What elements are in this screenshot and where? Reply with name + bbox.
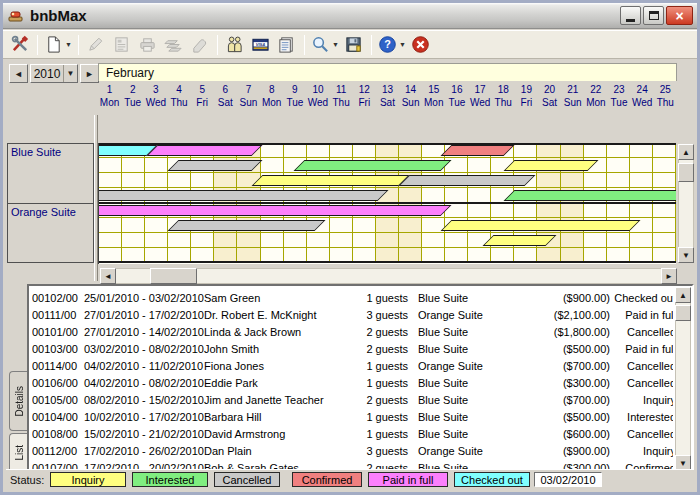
booking-bar[interactable] — [440, 220, 640, 231]
gantt-cell[interactable] — [607, 233, 630, 248]
gantt-cell[interactable] — [376, 143, 399, 158]
gantt-cell[interactable] — [237, 233, 260, 248]
booking-bar[interactable] — [440, 145, 514, 156]
gantt-cell[interactable] — [422, 233, 445, 248]
gantt-cell[interactable] — [99, 173, 122, 188]
gantt-cell[interactable] — [445, 188, 468, 203]
chevron-down-icon[interactable]: ▼ — [399, 41, 406, 48]
gantt-cell[interactable] — [653, 203, 676, 218]
booking-bar[interactable] — [503, 160, 598, 171]
chevron-down-icon[interactable]: ▼ — [65, 41, 72, 48]
guests-icon[interactable] — [223, 33, 247, 57]
table-row[interactable]: 00101/0027/01/2010 - 14/02/2010Linda & J… — [32, 323, 673, 340]
table-row[interactable]: 00103/0003/02/2010 - 08/02/2010John Smit… — [32, 340, 673, 357]
chevron-down-icon[interactable]: ▼ — [332, 41, 339, 48]
gantt-cell[interactable] — [122, 218, 145, 233]
gantt-cell[interactable] — [630, 143, 653, 158]
room-row-orange-suite[interactable]: Orange Suite — [7, 203, 94, 263]
gantt-cell[interactable] — [653, 158, 676, 173]
booking-bar[interactable] — [398, 175, 535, 186]
chevron-down-icon[interactable]: ▼ — [63, 65, 77, 82]
booking-gantt-chart[interactable] — [98, 143, 676, 264]
gantt-cell[interactable] — [537, 203, 560, 218]
gantt-cell[interactable] — [261, 233, 284, 248]
booking-bar[interactable] — [167, 220, 325, 231]
tab-list[interactable]: List — [9, 433, 28, 473]
search-icon[interactable]: ▼ — [310, 33, 340, 57]
scroll-thumb[interactable] — [678, 163, 694, 182]
help-icon[interactable]: ?▼ — [377, 33, 407, 57]
booking-bar[interactable] — [503, 190, 676, 201]
gantt-cell[interactable] — [607, 158, 630, 173]
gantt-cell[interactable] — [145, 218, 168, 233]
gantt-cell[interactable] — [399, 143, 422, 158]
table-row[interactable]: 00106/0004/02/2010 - 08/02/2010Eddie Par… — [32, 374, 673, 391]
payment-card-icon[interactable]: VISA — [249, 33, 273, 57]
gantt-cell[interactable] — [607, 173, 630, 188]
gantt-cell[interactable] — [214, 173, 237, 188]
booking-bar[interactable] — [293, 160, 451, 171]
year-prev-button[interactable]: ◄ — [9, 64, 28, 83]
booking-bar[interactable] — [98, 190, 388, 201]
gantt-cell[interactable] — [561, 173, 584, 188]
room-row-blue-suite[interactable]: Blue Suite — [7, 143, 94, 203]
gantt-cell[interactable] — [607, 203, 630, 218]
gantt-cell[interactable] — [422, 188, 445, 203]
gantt-cell[interactable] — [584, 233, 607, 248]
gantt-cell[interactable] — [514, 203, 537, 218]
gantt-cell[interactable] — [99, 233, 122, 248]
gantt-cell[interactable] — [630, 173, 653, 188]
gantt-cell[interactable] — [122, 173, 145, 188]
gantt-cell[interactable] — [145, 158, 168, 173]
gantt-cell[interactable] — [330, 218, 353, 233]
table-row[interactable]: 00108/0015/02/2010 - 21/02/2010David Arm… — [32, 425, 673, 442]
gantt-cell[interactable] — [376, 218, 399, 233]
gantt-cell[interactable] — [445, 233, 468, 248]
gantt-cell[interactable] — [122, 233, 145, 248]
gantt-cell[interactable] — [607, 143, 630, 158]
new-booking-icon[interactable]: ▼ — [43, 33, 73, 57]
gantt-cell[interactable] — [376, 233, 399, 248]
gantt-cell[interactable] — [561, 143, 584, 158]
gantt-cell[interactable] — [122, 158, 145, 173]
gantt-cell[interactable] — [168, 173, 191, 188]
scroll-track[interactable] — [678, 144, 694, 263]
gantt-cell[interactable] — [468, 188, 491, 203]
gantt-cell[interactable] — [653, 233, 676, 248]
gantt-cell[interactable] — [284, 143, 307, 158]
gantt-cell[interactable] — [191, 173, 214, 188]
tab-details[interactable]: Details — [9, 371, 28, 431]
maximize-button[interactable] — [643, 6, 664, 25]
table-row[interactable]: 00114/0004/02/2010 - 11/02/2010Fiona Jon… — [32, 357, 673, 374]
table-row[interactable]: 00102/0025/01/2010 - 03/02/2010Sam Green… — [32, 289, 673, 306]
close-button[interactable]: × — [666, 6, 693, 25]
gantt-cell[interactable] — [399, 188, 422, 203]
scroll-right-button[interactable]: ► — [661, 268, 677, 284]
gantt-cell[interactable] — [630, 233, 653, 248]
gantt-cell[interactable] — [307, 143, 330, 158]
scroll-left-button[interactable]: ◄ — [100, 268, 116, 284]
gantt-cell[interactable] — [145, 233, 168, 248]
gantt-cell[interactable] — [584, 203, 607, 218]
gantt-cell[interactable] — [353, 233, 376, 248]
gantt-cell[interactable] — [261, 158, 284, 173]
table-row[interactable]: 00104/0010/02/2010 - 17/02/2010Barbara H… — [32, 408, 673, 425]
reports-icon[interactable] — [275, 33, 299, 57]
gantt-cell[interactable] — [537, 173, 560, 188]
gantt-cell[interactable] — [99, 158, 122, 173]
booking-bar[interactable] — [146, 145, 262, 156]
gantt-cell[interactable] — [584, 173, 607, 188]
scroll-up-button[interactable]: ▲ — [678, 144, 694, 160]
gantt-cell[interactable] — [307, 233, 330, 248]
table-row[interactable]: 00112/0017/02/2010 - 26/02/2010Dan Plain… — [32, 442, 673, 459]
gantt-cell[interactable] — [561, 203, 584, 218]
scroll-thumb[interactable] — [675, 305, 691, 321]
booking-bar[interactable] — [251, 175, 409, 186]
gantt-cell[interactable] — [653, 143, 676, 158]
scroll-down-button[interactable]: ▼ — [678, 247, 694, 263]
gantt-cell[interactable] — [630, 203, 653, 218]
gantt-cell[interactable] — [145, 173, 168, 188]
year-dropdown[interactable]: 2010 ▼ — [30, 64, 78, 83]
gantt-cell[interactable] — [468, 158, 491, 173]
title-bar[interactable]: bnbMax × — [3, 3, 697, 29]
